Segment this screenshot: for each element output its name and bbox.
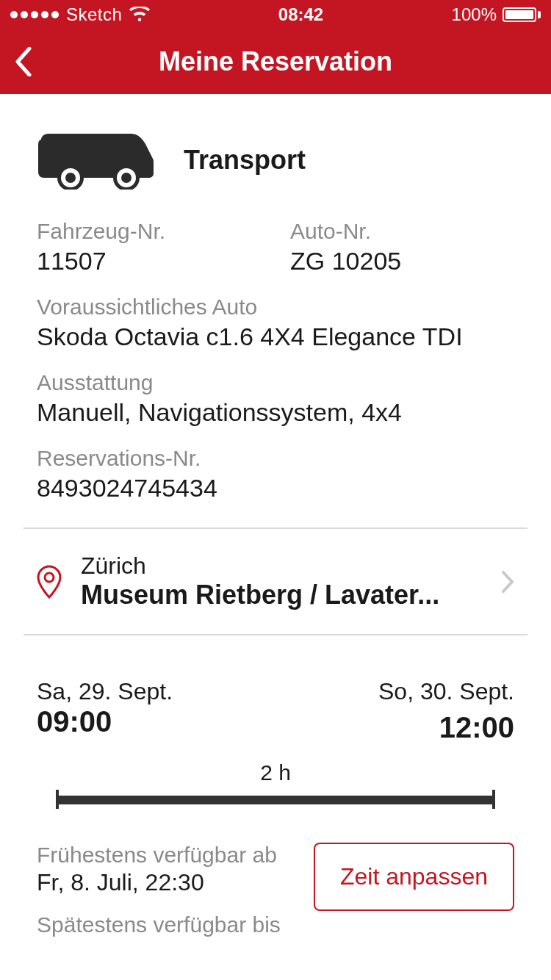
van-icon — [37, 131, 154, 190]
start-time-column: Sa, 29. Sept. 09:00 — [37, 678, 173, 744]
location-city: Zürich — [81, 552, 475, 580]
category-title: Transport — [184, 145, 306, 176]
earliest-available-value: Fr, 8. Juli, 22:30 — [37, 869, 292, 896]
battery-icon — [503, 7, 541, 22]
end-time: 12:00 — [439, 711, 514, 744]
equipment-label: Ausstattung — [37, 370, 514, 395]
svg-point-3 — [121, 173, 132, 183]
chevron-left-icon — [15, 47, 32, 76]
auto-number-label: Auto-Nr. — [290, 219, 514, 244]
expected-car-field: Voraussichtliches Auto Skoda Octavia c1.… — [37, 287, 514, 363]
chevron-right-icon — [494, 571, 514, 593]
reservation-times: Sa, 29. Sept. 09:00 So, 30. Sept. 12:00 — [37, 649, 514, 744]
location-row[interactable]: Zürich Museum Rietberg / Lavater... — [37, 542, 514, 621]
slider-end-tick — [492, 790, 495, 809]
duration-label: 2 h — [37, 760, 514, 785]
location-name: Museum Rietberg / Lavater... — [81, 580, 475, 610]
expected-car-label: Voraussichtliches Auto — [37, 295, 514, 320]
reservation-number-field: Reservations-Nr. 8493024745434 — [37, 439, 514, 514]
page-title: Meine Reservation — [159, 46, 392, 77]
vehicle-number-value: 11507 — [37, 247, 261, 275]
equipment-value: Manuell, Navigationssystem, 4x4 — [37, 398, 514, 427]
vehicle-category: Transport — [37, 94, 514, 212]
vehicle-number-field: Fahrzeug-Nr. 11507 — [37, 212, 261, 287]
equipment-field: Ausstattung Manuell, Navigationssystem, … — [37, 363, 514, 439]
status-time: 08:42 — [278, 4, 323, 25]
duration-slider[interactable] — [56, 790, 495, 809]
expected-car-value: Skoda Octavia c1.6 4X4 Elegance TDI — [37, 323, 514, 351]
svg-point-4 — [45, 573, 54, 582]
start-date: Sa, 29. Sept. — [37, 678, 173, 705]
carrier-label: Sketch — [66, 4, 122, 25]
auto-number-field: Auto-Nr. ZG 10205 — [290, 212, 514, 287]
start-time: 09:00 — [37, 705, 173, 738]
end-date: So, 30. Sept. — [378, 678, 514, 705]
svg-point-1 — [65, 173, 76, 183]
latest-available-label: Spätestens verfügbar bis — [37, 912, 292, 937]
location-pin-icon — [37, 565, 62, 599]
battery-percent: 100% — [452, 4, 497, 25]
reservation-number-label: Reservations-Nr. — [37, 446, 514, 471]
wifi-icon — [129, 7, 150, 23]
signal-dots-icon — [10, 11, 59, 18]
reservation-number-value: 8493024745434 — [37, 474, 514, 502]
status-bar: Sketch 08:42 100% — [0, 0, 551, 29]
back-button[interactable] — [15, 29, 32, 94]
earliest-available-label: Frühestens verfügbar ab — [37, 843, 292, 868]
adjust-time-button[interactable]: Zeit anpassen — [314, 843, 514, 911]
slider-bar — [56, 796, 495, 804]
vehicle-number-label: Fahrzeug-Nr. — [37, 219, 261, 244]
divider — [24, 527, 527, 529]
navigation-bar: Meine Reservation — [0, 29, 551, 94]
divider — [24, 634, 527, 635]
end-time-column: So, 30. Sept. 12:00 — [378, 678, 514, 744]
auto-number-value: ZG 10205 — [290, 247, 514, 275]
